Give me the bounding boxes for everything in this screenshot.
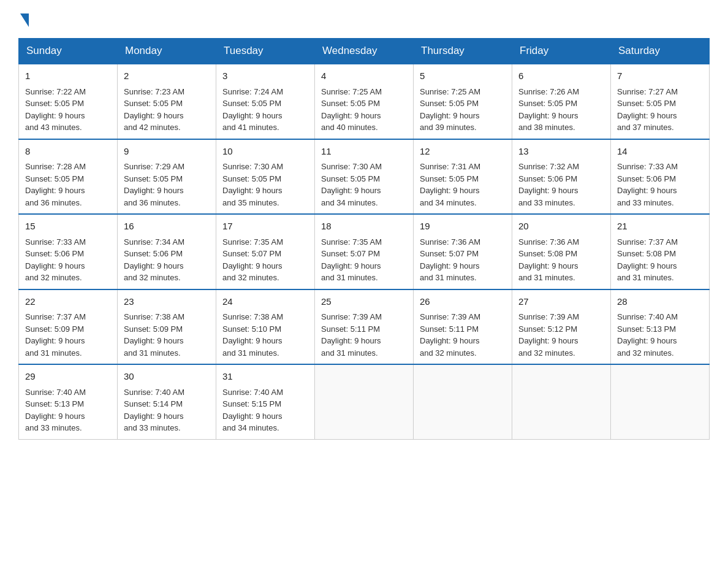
calendar-cell: [512, 364, 611, 439]
calendar-header-sunday: Sunday: [19, 39, 118, 64]
day-info: Sunrise: 7:40 AMSunset: 5:14 PMDaylight:…: [124, 388, 184, 433]
day-info: Sunrise: 7:38 AMSunset: 5:09 PMDaylight:…: [124, 312, 184, 358]
day-number: 17: [222, 220, 308, 234]
calendar-cell: 21 Sunrise: 7:37 AMSunset: 5:08 PMDaylig…: [611, 214, 710, 289]
day-info: Sunrise: 7:40 AMSunset: 5:13 PMDaylight:…: [617, 312, 678, 358]
day-number: 28: [617, 295, 703, 309]
day-info: Sunrise: 7:33 AMSunset: 5:06 PMDaylight:…: [617, 162, 678, 207]
calendar-header-saturday: Saturday: [611, 39, 710, 64]
day-info: Sunrise: 7:28 AMSunset: 5:05 PMDaylight:…: [25, 162, 86, 207]
calendar-cell: 1 Sunrise: 7:22 AMSunset: 5:05 PMDayligh…: [19, 64, 118, 139]
calendar-cell: [414, 364, 512, 439]
calendar-cell: 19 Sunrise: 7:36 AMSunset: 5:07 PMDaylig…: [414, 214, 512, 289]
day-number: 26: [420, 295, 506, 309]
day-info: Sunrise: 7:26 AMSunset: 5:05 PMDaylight:…: [518, 87, 579, 132]
day-number: 14: [617, 145, 703, 159]
day-number: 8: [25, 145, 111, 159]
day-info: Sunrise: 7:36 AMSunset: 5:08 PMDaylight:…: [518, 237, 579, 283]
day-number: 15: [25, 220, 111, 234]
calendar-week-row: 8 Sunrise: 7:28 AMSunset: 5:05 PMDayligh…: [19, 139, 710, 215]
calendar-cell: 10 Sunrise: 7:30 AMSunset: 5:05 PMDaylig…: [216, 139, 315, 215]
day-info: Sunrise: 7:37 AMSunset: 5:08 PMDaylight:…: [617, 237, 678, 283]
day-info: Sunrise: 7:40 AMSunset: 5:13 PMDaylight:…: [25, 388, 86, 433]
calendar-cell: 11 Sunrise: 7:30 AMSunset: 5:05 PMDaylig…: [315, 139, 414, 215]
calendar-cell: 26 Sunrise: 7:39 AMSunset: 5:11 PMDaylig…: [414, 289, 512, 365]
calendar-header-wednesday: Wednesday: [315, 39, 414, 64]
calendar-cell: 29 Sunrise: 7:40 AMSunset: 5:13 PMDaylig…: [19, 364, 118, 439]
day-number: 1: [25, 69, 111, 83]
logo: [18, 12, 29, 26]
calendar-cell: 16 Sunrise: 7:34 AMSunset: 5:06 PMDaylig…: [118, 214, 216, 289]
day-number: 13: [518, 145, 604, 159]
day-info: Sunrise: 7:36 AMSunset: 5:07 PMDaylight:…: [420, 237, 480, 283]
day-number: 25: [321, 295, 407, 309]
calendar-cell: 4 Sunrise: 7:25 AMSunset: 5:05 PMDayligh…: [315, 64, 414, 139]
day-number: 10: [222, 145, 308, 159]
day-info: Sunrise: 7:40 AMSunset: 5:15 PMDaylight:…: [222, 388, 283, 433]
day-number: 7: [617, 69, 703, 83]
day-info: Sunrise: 7:23 AMSunset: 5:05 PMDaylight:…: [124, 87, 184, 132]
day-info: Sunrise: 7:25 AMSunset: 5:05 PMDaylight:…: [420, 87, 480, 132]
day-info: Sunrise: 7:29 AMSunset: 5:05 PMDaylight:…: [124, 162, 184, 207]
day-info: Sunrise: 7:34 AMSunset: 5:06 PMDaylight:…: [124, 237, 184, 283]
calendar-header-monday: Monday: [118, 39, 216, 64]
day-number: 31: [222, 370, 308, 384]
day-info: Sunrise: 7:38 AMSunset: 5:10 PMDaylight:…: [222, 312, 283, 358]
calendar-cell: 28 Sunrise: 7:40 AMSunset: 5:13 PMDaylig…: [611, 289, 710, 365]
day-info: Sunrise: 7:27 AMSunset: 5:05 PMDaylight:…: [617, 87, 678, 132]
day-number: 29: [25, 370, 111, 384]
calendar-cell: 2 Sunrise: 7:23 AMSunset: 5:05 PMDayligh…: [118, 64, 216, 139]
calendar-header-thursday: Thursday: [414, 39, 512, 64]
calendar-cell: 12 Sunrise: 7:31 AMSunset: 5:05 PMDaylig…: [414, 139, 512, 215]
day-number: 23: [124, 295, 210, 309]
day-info: Sunrise: 7:35 AMSunset: 5:07 PMDaylight:…: [321, 237, 382, 283]
day-info: Sunrise: 7:30 AMSunset: 5:05 PMDaylight:…: [321, 162, 382, 207]
day-info: Sunrise: 7:25 AMSunset: 5:05 PMDaylight:…: [321, 87, 382, 132]
calendar-header-friday: Friday: [512, 39, 611, 64]
calendar-cell: 14 Sunrise: 7:33 AMSunset: 5:06 PMDaylig…: [611, 139, 710, 215]
calendar-body: 1 Sunrise: 7:22 AMSunset: 5:05 PMDayligh…: [19, 64, 710, 439]
day-number: 21: [617, 220, 703, 234]
day-info: Sunrise: 7:32 AMSunset: 5:06 PMDaylight:…: [518, 162, 579, 207]
calendar-week-row: 1 Sunrise: 7:22 AMSunset: 5:05 PMDayligh…: [19, 64, 710, 139]
calendar-cell: 25 Sunrise: 7:39 AMSunset: 5:11 PMDaylig…: [315, 289, 414, 365]
day-number: 11: [321, 145, 407, 159]
day-number: 22: [25, 295, 111, 309]
day-number: 16: [124, 220, 210, 234]
calendar-week-row: 15 Sunrise: 7:33 AMSunset: 5:06 PMDaylig…: [19, 214, 710, 289]
calendar-cell: 30 Sunrise: 7:40 AMSunset: 5:14 PMDaylig…: [118, 364, 216, 439]
calendar-cell: 8 Sunrise: 7:28 AMSunset: 5:05 PMDayligh…: [19, 139, 118, 215]
day-number: 6: [518, 69, 604, 83]
calendar-cell: 20 Sunrise: 7:36 AMSunset: 5:08 PMDaylig…: [512, 214, 611, 289]
day-number: 30: [124, 370, 210, 384]
day-number: 3: [222, 69, 308, 83]
calendar-cell: 13 Sunrise: 7:32 AMSunset: 5:06 PMDaylig…: [512, 139, 611, 215]
day-number: 27: [518, 295, 604, 309]
calendar-cell: 31 Sunrise: 7:40 AMSunset: 5:15 PMDaylig…: [216, 364, 315, 439]
day-number: 20: [518, 220, 604, 234]
day-number: 12: [420, 145, 506, 159]
calendar-week-row: 29 Sunrise: 7:40 AMSunset: 5:13 PMDaylig…: [19, 364, 710, 439]
calendar-cell: 3 Sunrise: 7:24 AMSunset: 5:05 PMDayligh…: [216, 64, 315, 139]
day-number: 9: [124, 145, 210, 159]
day-number: 2: [124, 69, 210, 83]
day-info: Sunrise: 7:22 AMSunset: 5:05 PMDaylight:…: [25, 87, 86, 132]
day-info: Sunrise: 7:39 AMSunset: 5:11 PMDaylight:…: [321, 312, 382, 358]
day-number: 5: [420, 69, 506, 83]
day-info: Sunrise: 7:35 AMSunset: 5:07 PMDaylight:…: [222, 237, 283, 283]
page-header: [18, 12, 710, 26]
calendar-header-tuesday: Tuesday: [216, 39, 315, 64]
calendar-cell: 18 Sunrise: 7:35 AMSunset: 5:07 PMDaylig…: [315, 214, 414, 289]
calendar-cell: 15 Sunrise: 7:33 AMSunset: 5:06 PMDaylig…: [19, 214, 118, 289]
calendar-cell: 24 Sunrise: 7:38 AMSunset: 5:10 PMDaylig…: [216, 289, 315, 365]
day-number: 24: [222, 295, 308, 309]
calendar-cell: 5 Sunrise: 7:25 AMSunset: 5:05 PMDayligh…: [414, 64, 512, 139]
calendar-cell: 9 Sunrise: 7:29 AMSunset: 5:05 PMDayligh…: [118, 139, 216, 215]
day-info: Sunrise: 7:39 AMSunset: 5:11 PMDaylight:…: [420, 312, 480, 358]
calendar-table: SundayMondayTuesdayWednesdayThursdayFrid…: [18, 38, 710, 440]
day-number: 18: [321, 220, 407, 234]
calendar-cell: 7 Sunrise: 7:27 AMSunset: 5:05 PMDayligh…: [611, 64, 710, 139]
day-number: 19: [420, 220, 506, 234]
calendar-cell: [611, 364, 710, 439]
day-info: Sunrise: 7:39 AMSunset: 5:12 PMDaylight:…: [518, 312, 579, 358]
